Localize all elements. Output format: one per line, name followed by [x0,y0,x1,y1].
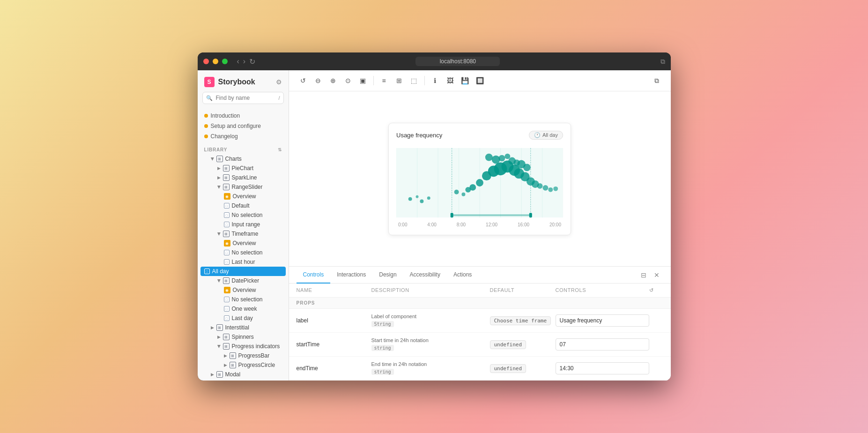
chart-badge-label: All day [542,132,558,138]
toolbar-refresh[interactable]: ↺ [297,74,310,87]
tree-spinners[interactable]: ▶ ⊞ Spinners [198,332,289,342]
nav-introduction[interactable]: Introduction [198,111,289,121]
tab-actions[interactable]: Actions [447,267,478,284]
tree-timeframe-overview[interactable]: ◉ Overview [198,239,289,248]
controls-header: Name Description Default Controls ↺ [289,284,671,298]
tab-controls[interactable]: Controls [297,267,331,284]
toolbar-layout[interactable]: 🔲 [474,74,487,87]
sidebar-logo: S Storybook [204,77,255,87]
charts-badge: ⊞ [216,156,223,162]
reset-icon[interactable]: ↺ [649,287,663,293]
toolbar-zoom-out[interactable]: ⊖ [312,74,325,87]
tree-progress-indicators[interactable]: ▶ ⊞ Progress indicators [198,342,289,351]
toolbar-view-grid[interactable]: ⊞ [393,74,406,87]
toolbar-save[interactable]: 💾 [459,74,472,87]
tree-datepicker-oneweek[interactable]: □ One week [198,304,289,314]
close-button[interactable] [203,59,209,64]
spinners-badge: ⊞ [223,334,230,340]
progresscircle-label: ProgressCircle [238,362,275,368]
tree-rangeslider-default[interactable]: □ Default [198,201,289,210]
chart-title: Usage frequency [396,132,442,139]
nav-section: Introduction Setup and configure Changel… [198,109,289,143]
tf-nosel-label: No selection [232,249,263,256]
svg-rect-44 [452,214,531,216]
forward-button[interactable]: › [243,57,245,66]
tree-interstitial[interactable]: ▶ ⊞ Interstitial [198,323,289,332]
tree-rangeslider[interactable]: ▶ ⊞ RangeSlider [198,182,289,192]
search-input[interactable] [202,92,284,104]
tree-modal[interactable]: ▶ ⊞ Modal [198,370,289,379]
tree-rangeslider-nosel[interactable]: □ No selection [198,210,289,220]
svg-point-33 [553,186,558,191]
prop-input-label[interactable] [556,314,649,327]
prop-row-starttime: startTime Start time in 24h notation str… [289,333,671,357]
toolbar-image[interactable]: 🖼 [444,74,457,87]
tree-rangeslider-inputrange[interactable]: □ Input range [198,220,289,229]
toolbar-external[interactable]: ⧉ [650,74,663,87]
close-panel-icon[interactable]: ✕ [650,269,663,282]
rs-overview-label: Overview [233,193,256,200]
toolbar-zoom-fit[interactable]: ⊙ [341,74,355,87]
interstitial-chevron: ▶ [211,325,214,330]
tree-progressbar[interactable]: ▶ ⊞ ProgressBar [198,351,289,360]
library-collapse-icon[interactable]: ⇅ [278,147,282,152]
back-button[interactable]: ‹ [237,57,239,66]
tree-piechart[interactable]: ▶ ⊞ PieChart [198,164,289,173]
tree-timeframe-allday[interactable]: □ All day [200,267,286,276]
titlebar: ‹ › ↻ localhost:8080 ⧉ [198,52,671,70]
tree-timeframe-nosel[interactable]: □ No selection [198,248,289,257]
tree-charts[interactable]: ▶ ⊞ Charts [198,154,289,164]
svg-point-36 [499,155,505,161]
setup-dot [204,124,208,128]
sparkline-chevron: ▶ [217,175,221,180]
toolbar-view-canvas[interactable]: ⬚ [408,74,421,87]
reload-button[interactable]: ↻ [249,57,255,66]
tf-allday-label: All day [212,268,229,275]
open-external-icon[interactable]: ⧉ [660,58,665,66]
toolbar-fullscreen[interactable]: ▣ [356,74,370,87]
dp-lastday-badge: □ [224,315,230,321]
tree-timeframe[interactable]: ▶ ⊞ Timeframe [198,229,289,239]
toolbar-zoom-in[interactable]: ⊕ [326,74,340,87]
tree-rangeslider-overview[interactable]: ◉ Overview [198,192,289,201]
prop-input-endtime[interactable] [556,362,649,374]
timeframe-label: Timeframe [232,231,259,237]
window-content: S Storybook ⚙ 🔍 / Introduction Setup and… [198,70,671,381]
progress-chevron: ▶ [216,345,221,348]
search-shortcut: / [278,95,280,101]
svg-point-12 [408,197,412,201]
tree-datepicker[interactable]: ▶ ⊞ DatePicker [198,276,289,285]
maximize-button[interactable] [222,59,228,64]
toolbar-info[interactable]: ℹ [429,74,442,87]
tree-datepicker-lastday[interactable]: □ Last day [198,314,289,323]
nav-changelog[interactable]: Changelog [198,131,289,142]
dp-nosel-label: No selection [232,296,263,303]
tf-lasthour-label: Last hour [232,259,255,265]
split-view-icon[interactable]: ⊟ [637,269,650,282]
tree-progresscircle[interactable]: ▶ ⊞ ProgressCircle [198,360,289,370]
tree-datepicker-overview[interactable]: ◉ Overview [198,285,289,295]
settings-icon[interactable]: ⚙ [276,78,282,86]
prop-control-starttime [556,338,649,351]
address-bar: localhost:8080 [259,57,656,66]
url-display[interactable]: localhost:8080 [415,57,500,66]
dp-overview-badge: ◉ [224,287,230,293]
toolbar-view-single[interactable]: ≡ [378,74,391,87]
tab-interactions[interactable]: Interactions [330,267,372,284]
rs-inputrange-badge: □ [224,222,230,227]
tab-design[interactable]: Design [372,267,403,284]
tree-datepicker-nosel[interactable]: □ No selection [198,295,289,304]
minimize-button[interactable] [213,59,218,64]
rangeslider-chevron: ▶ [216,186,221,189]
chart-badge: 🕐 All day [529,131,563,140]
tree-timeframe-lasthour[interactable]: □ Last hour [198,257,289,267]
prop-type-label: String [371,321,394,327]
timeframe-badge: ⊞ [223,231,230,237]
nav-setup[interactable]: Setup and configure [198,121,289,131]
prop-input-starttime[interactable] [556,338,649,351]
tf-lasthour-badge: □ [224,259,230,265]
tree-sparkline[interactable]: ▶ ⊞ SparkLine [198,173,289,182]
props-section: PROPS [289,298,671,309]
tab-accessibility[interactable]: Accessibility [403,267,447,284]
interstitial-badge: ⊞ [216,324,223,331]
